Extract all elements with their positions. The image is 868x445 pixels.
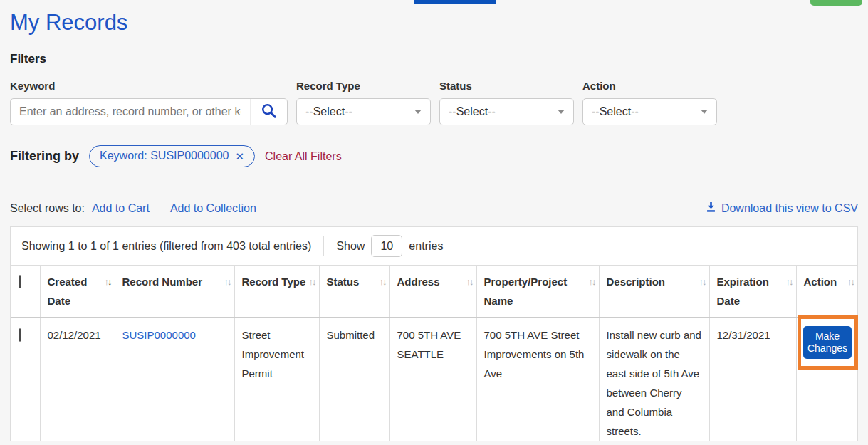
records-table: Created Date ↑↓ Record Number ↑↓ Record … [11, 266, 857, 441]
action-select-value: --Select-- [592, 105, 639, 118]
search-button[interactable] [250, 99, 287, 125]
clear-all-filters-link[interactable]: Clear All Filters [265, 150, 342, 163]
chevron-down-icon [701, 110, 708, 114]
active-tab-indicator[interactable] [414, 0, 496, 4]
column-header-address[interactable]: Address ↑↓ [389, 266, 476, 317]
main-content: My Records Filters Keyword Record Type [0, 9, 868, 441]
page-size-control: Show entries [336, 235, 443, 257]
bulk-action-links: Select rows to: Add to Cart Add to Colle… [10, 200, 256, 217]
search-icon [261, 103, 277, 121]
close-icon[interactable]: ✕ [235, 151, 244, 162]
status-filter-group: Status --Select-- [439, 80, 574, 125]
action-select[interactable]: --Select-- [582, 98, 717, 125]
keyword-input[interactable] [11, 99, 250, 125]
top-right-button-partial[interactable] [810, 0, 862, 6]
record-type-label: Record Type [296, 80, 431, 92]
cell-created-date: 02/12/2021 [40, 317, 115, 441]
cell-action: Make Changes [796, 317, 857, 441]
table-info-bar: Showing 1 to 1 of 1 entries (filtered fr… [11, 227, 857, 266]
make-changes-button[interactable]: Make Changes [803, 326, 852, 359]
filters-heading: Filters [10, 52, 858, 66]
column-header-action[interactable]: Action ↑↓ [796, 266, 857, 317]
download-icon [706, 201, 716, 216]
chevron-down-icon [414, 110, 422, 114]
table-row: 02/12/2021 SUSIP0000000 Street Improveme… [11, 317, 857, 441]
status-label: Status [439, 80, 574, 92]
cell-address: 700 5TH AVE SEATTLE [389, 317, 476, 441]
add-to-cart-link[interactable]: Add to Cart [92, 202, 150, 215]
show-label: Show [336, 240, 365, 253]
download-csv-link[interactable]: Download this view to CSV [706, 201, 858, 216]
cell-record-type: Street Improvement Permit [234, 317, 319, 441]
column-header-record-type[interactable]: Record Type ↑↓ [234, 266, 319, 317]
table-header-row: Created Date ↑↓ Record Number ↑↓ Record … [11, 266, 857, 317]
record-type-filter-group: Record Type --Select-- [296, 80, 431, 125]
column-header-expiration-date[interactable]: Expiration Date ↑↓ [709, 266, 796, 317]
filtering-by-label: Filtering by [10, 149, 79, 164]
vertical-divider [160, 200, 160, 217]
sort-icon[interactable]: ↑↓ [380, 272, 386, 291]
record-type-select[interactable]: --Select-- [296, 98, 431, 125]
bulk-actions-row: Select rows to: Add to Cart Add to Colle… [10, 200, 858, 217]
showing-entries-text: Showing 1 to 1 of 1 entries (filtered fr… [21, 240, 311, 253]
keyword-filter-group: Keyword [10, 80, 288, 125]
keyword-label: Keyword [10, 80, 288, 92]
keyword-search-box [10, 98, 288, 125]
record-number-link[interactable]: SUSIP0000000 [122, 329, 196, 341]
entries-label: entries [409, 240, 443, 253]
column-header-property-name[interactable]: Property/Project Name ↑↓ [476, 266, 599, 317]
action-filter-group: Action --Select-- [582, 80, 717, 125]
keyword-filter-chip[interactable]: Keyword: SUSIP0000000 ✕ [89, 145, 255, 167]
column-header-created-date[interactable]: Created Date ↑↓ [40, 266, 115, 317]
column-header-description[interactable]: Description ↑↓ [599, 266, 709, 317]
sort-icon[interactable]: ↑↓ [786, 272, 793, 291]
active-filters-row: Filtering by Keyword: SUSIP0000000 ✕ Cle… [10, 145, 858, 167]
select-all-checkbox[interactable] [19, 275, 21, 288]
cell-expiration-date: 12/31/2021 [709, 317, 796, 441]
column-header-status[interactable]: Status ↑↓ [319, 266, 389, 317]
column-header-record-number[interactable]: Record Number ↑↓ [115, 266, 234, 317]
record-type-select-value: --Select-- [305, 105, 352, 118]
cell-description: Install new curb and sidewalk on the eas… [599, 317, 709, 441]
sort-icon[interactable]: ↑↓ [847, 272, 854, 291]
status-select-value: --Select-- [449, 105, 496, 118]
status-select[interactable]: --Select-- [439, 98, 574, 125]
cell-property-name: 700 5TH AVE Street Improvements on 5th A… [476, 317, 599, 441]
add-to-collection-link[interactable]: Add to Collection [170, 202, 256, 215]
download-csv-label: Download this view to CSV [721, 202, 858, 215]
sort-icon[interactable]: ↑↓ [466, 272, 473, 291]
sort-icon[interactable]: ↑↓ [105, 272, 111, 291]
select-rows-label: Select rows to: [10, 202, 85, 215]
chevron-down-icon [558, 110, 565, 114]
row-checkbox[interactable] [19, 328, 21, 342]
filter-chip-text: Keyword: SUSIP0000000 [100, 150, 229, 162]
page-title: My Records [10, 9, 858, 37]
filter-controls-row: Keyword Record Type --Select-- [10, 80, 858, 125]
highlight-annotation: Make Changes [798, 315, 858, 370]
page-size-input[interactable] [371, 235, 402, 257]
sort-icon[interactable]: ↑↓ [224, 272, 231, 291]
vertical-divider [323, 236, 324, 256]
sort-icon[interactable]: ↑↓ [309, 272, 315, 291]
cell-status: Submitted [319, 317, 389, 441]
sort-icon[interactable]: ↑↓ [589, 272, 595, 291]
records-table-container: Showing 1 to 1 of 1 entries (filtered fr… [10, 226, 858, 441]
action-label: Action [582, 80, 717, 92]
sort-icon[interactable]: ↑↓ [699, 272, 706, 291]
